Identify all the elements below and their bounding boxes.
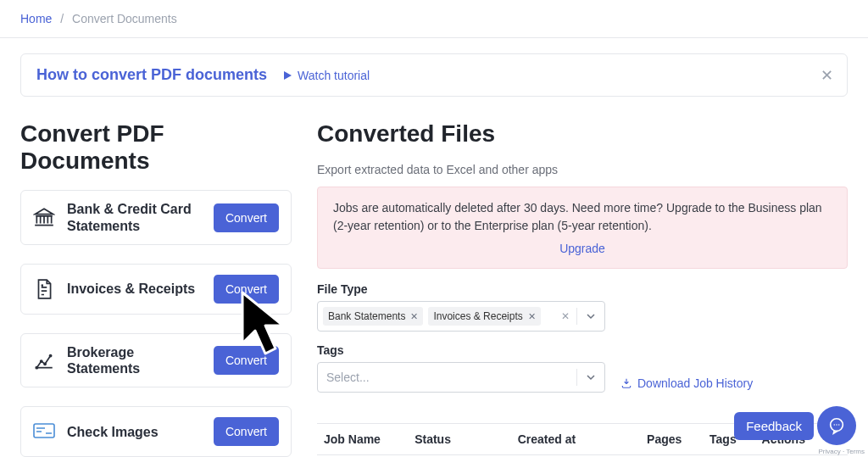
upgrade-link[interactable]: Upgrade xyxy=(333,240,832,258)
svg-rect-5 xyxy=(34,424,54,437)
invoice-icon xyxy=(33,278,57,300)
filetype-clear-all[interactable]: ✕ xyxy=(559,310,571,322)
convert-checks-button[interactable]: Convert xyxy=(214,417,279,446)
tutorial-banner: How to convert PDF documents Watch tutor… xyxy=(20,53,848,97)
col-pages[interactable]: Pages xyxy=(640,424,703,455)
chip-invoices-receipts-label: Invoices & Receipts xyxy=(433,310,522,322)
recaptcha-badge: Privacy · Terms xyxy=(818,448,865,455)
converted-heading: Converted Files xyxy=(317,120,848,148)
breadcrumb-separator: / xyxy=(60,12,64,25)
tags-label: Tags xyxy=(317,343,848,357)
filetype-divider xyxy=(576,308,577,325)
breadcrumb-current: Convert Documents xyxy=(72,12,177,25)
tutorial-title: How to convert PDF documents xyxy=(36,66,267,84)
filetype-label: File Type xyxy=(317,282,848,296)
tags-divider xyxy=(576,369,577,386)
filetype-caret[interactable] xyxy=(582,311,599,321)
watch-tutorial-label: Watch tutorial xyxy=(298,69,370,82)
tags-placeholder: Select... xyxy=(326,371,571,384)
card-brokerage-label: Brokerage Statements xyxy=(67,344,203,376)
convert-documents-panel: Convert PDF Documents Bank & Credit Card… xyxy=(20,120,292,457)
convert-brokerage-button[interactable]: Convert xyxy=(214,346,279,375)
filetype-select[interactable]: Bank Statements ✕ Invoices & Receipts ✕ … xyxy=(317,301,605,332)
chat-bubble-button[interactable] xyxy=(817,406,856,445)
tags-caret[interactable] xyxy=(582,372,599,382)
card-checks-label: Check Images xyxy=(67,424,203,440)
download-history-link[interactable]: Download Job History xyxy=(620,376,753,390)
chevron-down-icon xyxy=(586,372,596,382)
breadcrumb-home[interactable]: Home xyxy=(20,12,52,25)
card-invoices-label: Invoices & Receipts xyxy=(67,281,203,297)
col-created[interactable]: Created at xyxy=(511,424,640,455)
svg-point-9 xyxy=(838,424,839,425)
chip-invoices-receipts-remove[interactable]: ✕ xyxy=(528,311,536,322)
converted-files-panel: Converted Files Export extracted data to… xyxy=(317,120,848,457)
col-job-name[interactable]: Job Name xyxy=(317,424,408,455)
convert-invoices-button[interactable]: Convert xyxy=(214,275,279,304)
chip-bank-statements-label: Bank Statements xyxy=(328,310,405,322)
tags-select[interactable]: Select... xyxy=(317,362,605,393)
tutorial-close-button[interactable]: ✕ xyxy=(821,66,833,85)
svg-point-8 xyxy=(836,424,837,425)
chevron-down-icon xyxy=(586,311,596,321)
svg-point-7 xyxy=(834,424,835,425)
chip-invoices-receipts: Invoices & Receipts ✕ xyxy=(428,307,540,326)
feedback-button[interactable]: Feedback xyxy=(734,412,814,440)
bank-icon xyxy=(33,207,57,229)
chat-icon xyxy=(827,416,846,435)
convert-heading: Convert PDF Documents xyxy=(20,120,292,175)
converted-subtitle: Export extracted data to Excel and other… xyxy=(317,163,848,176)
chip-bank-statements: Bank Statements ✕ xyxy=(323,307,423,326)
check-image-icon xyxy=(33,423,57,440)
col-status[interactable]: Status xyxy=(408,424,511,455)
download-icon xyxy=(620,377,632,389)
convert-bank-button[interactable]: Convert xyxy=(214,203,279,232)
card-brokerage: Brokerage Statements Convert xyxy=(20,333,292,387)
breadcrumb: Home / Convert Documents xyxy=(0,0,868,38)
card-invoices: Invoices & Receipts Convert xyxy=(20,264,292,315)
card-bank-credit: Bank & Credit Card Statements Convert xyxy=(20,190,292,244)
play-icon xyxy=(282,70,292,81)
card-checks: Check Images Convert xyxy=(20,406,292,457)
brokerage-icon xyxy=(33,349,57,371)
retention-notice: Jobs are automatically deleted after 30 … xyxy=(317,187,848,269)
download-history-label: Download Job History xyxy=(637,376,753,390)
chip-bank-statements-remove[interactable]: ✕ xyxy=(410,311,418,322)
retention-notice-text: Jobs are automatically deleted after 30 … xyxy=(333,201,822,232)
card-bank-credit-label: Bank & Credit Card Statements xyxy=(67,201,203,233)
svg-point-4 xyxy=(50,354,52,356)
svg-point-0 xyxy=(42,284,44,287)
watch-tutorial-link[interactable]: Watch tutorial xyxy=(282,69,370,82)
